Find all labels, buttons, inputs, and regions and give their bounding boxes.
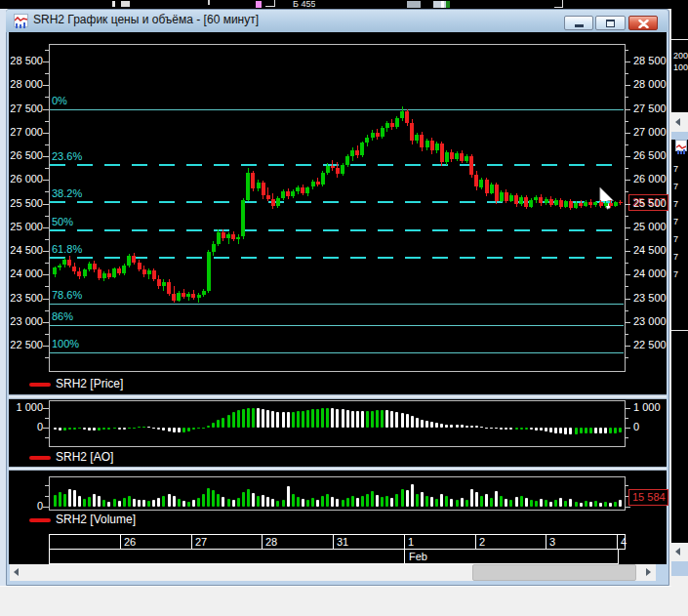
ao-bar bbox=[78, 428, 81, 429]
price-axis-label: 27 500 bbox=[633, 103, 667, 115]
volume-bar bbox=[326, 494, 329, 507]
ao-bar bbox=[257, 408, 260, 428]
price-axis-label: 28 000 bbox=[4, 78, 43, 91]
axis-tick bbox=[625, 507, 630, 508]
close-icon bbox=[638, 20, 649, 28]
ao-bar bbox=[485, 428, 488, 429]
ao-bar bbox=[242, 409, 245, 428]
price-axis-label: 28 000 bbox=[633, 78, 667, 91]
scrollbar-thumb[interactable] bbox=[472, 564, 636, 581]
candle-body bbox=[579, 203, 583, 206]
volume-bar bbox=[385, 496, 388, 507]
candle-body bbox=[534, 197, 538, 200]
ao-bar bbox=[83, 428, 86, 430]
date-axis-month bbox=[49, 549, 619, 564]
volume-bar bbox=[287, 486, 290, 507]
date-label: 26 bbox=[124, 536, 136, 549]
restore-button[interactable] bbox=[595, 16, 626, 30]
ao-bar bbox=[227, 415, 230, 428]
ao-bar bbox=[411, 416, 414, 428]
axis-tick bbox=[43, 85, 49, 86]
volume-bar bbox=[401, 489, 404, 508]
date-axis-divider bbox=[404, 535, 405, 549]
axis-tick bbox=[625, 50, 628, 51]
axis-tick bbox=[625, 357, 628, 358]
close-button[interactable] bbox=[628, 16, 658, 30]
candle-body bbox=[301, 187, 304, 193]
price-plot-area[interactable] bbox=[49, 44, 626, 372]
candle-body bbox=[519, 197, 523, 205]
volume-bar bbox=[495, 491, 498, 507]
volume-bar bbox=[257, 496, 260, 507]
candle-body bbox=[251, 173, 255, 188]
volume-bar bbox=[461, 498, 464, 507]
ao-bar bbox=[113, 428, 116, 429]
divider bbox=[671, 330, 688, 331]
right-window-scrollbar[interactable] bbox=[671, 112, 688, 132]
volume-bar bbox=[440, 494, 443, 507]
candle-body bbox=[191, 294, 195, 299]
axis-tick bbox=[625, 251, 630, 252]
date-axis-divider bbox=[191, 535, 192, 549]
volume-bar bbox=[68, 489, 71, 508]
ao-bar bbox=[366, 411, 369, 428]
price-legend-label: SRH2 [Price] bbox=[56, 377, 123, 390]
price-axis-label: 26 500 bbox=[633, 149, 667, 162]
ao-bar bbox=[342, 409, 344, 428]
volume-bar bbox=[509, 500, 512, 507]
right-window-price-label: 7 bbox=[673, 252, 678, 262]
candle-body bbox=[58, 266, 61, 267]
volume-bar bbox=[212, 490, 215, 507]
volume-bar bbox=[227, 499, 230, 507]
fib-line-solid bbox=[50, 109, 624, 110]
candle-body bbox=[172, 294, 176, 301]
ao-bar bbox=[530, 428, 533, 430]
axis-tick bbox=[43, 408, 49, 409]
ao-bar bbox=[302, 411, 304, 428]
price-axis-label: 22 500 bbox=[4, 339, 43, 351]
candle-body bbox=[381, 128, 384, 137]
ao-bar bbox=[445, 425, 448, 428]
candle-body bbox=[226, 234, 230, 238]
candle-wick bbox=[267, 187, 268, 202]
volume-bar bbox=[376, 495, 379, 507]
ao-bar bbox=[326, 408, 329, 428]
screen: Б 455 200 100 7777777 SRH2 График цены и… bbox=[0, 0, 688, 616]
axis-tick bbox=[43, 156, 49, 157]
volume-bar bbox=[316, 500, 319, 507]
candle-body bbox=[405, 111, 409, 123]
minimize-button[interactable] bbox=[564, 16, 593, 30]
candle-body bbox=[371, 133, 375, 138]
volume-bar bbox=[371, 491, 374, 507]
volume-bar bbox=[128, 496, 131, 507]
candle-body bbox=[152, 270, 156, 279]
candle-body bbox=[425, 141, 429, 148]
axis-tick bbox=[625, 334, 628, 335]
volume-bar bbox=[311, 498, 314, 507]
volume-bar bbox=[465, 500, 468, 507]
right-window-price-label: 7 bbox=[673, 199, 678, 209]
price-axis-label: 27 000 bbox=[633, 126, 667, 139]
ao-bar bbox=[287, 412, 290, 428]
chart-icon bbox=[675, 140, 687, 151]
right-window-price-label: 7 bbox=[673, 217, 678, 226]
volume-bar bbox=[430, 497, 433, 507]
ao-bar bbox=[182, 428, 185, 432]
right-window-price-label: 7 bbox=[673, 182, 678, 191]
ao-bar bbox=[569, 428, 572, 434]
scroll-left-button[interactable] bbox=[10, 564, 26, 581]
ao-bar bbox=[202, 428, 205, 429]
right-window-scrollbar[interactable] bbox=[671, 543, 688, 561]
background-fragment bbox=[446, 1, 450, 8]
scroll-left-icon bbox=[675, 118, 680, 126]
ao-bar bbox=[157, 428, 160, 430]
right-window-border bbox=[671, 132, 688, 140]
candle-body bbox=[365, 138, 369, 144]
ao-bar bbox=[480, 427, 483, 428]
scroll-right-button[interactable] bbox=[639, 564, 656, 581]
ao-bar bbox=[421, 420, 424, 428]
volume-bar bbox=[390, 498, 393, 507]
volume-bar bbox=[580, 503, 583, 507]
candle-body bbox=[157, 279, 161, 286]
volume-bar bbox=[271, 499, 274, 507]
